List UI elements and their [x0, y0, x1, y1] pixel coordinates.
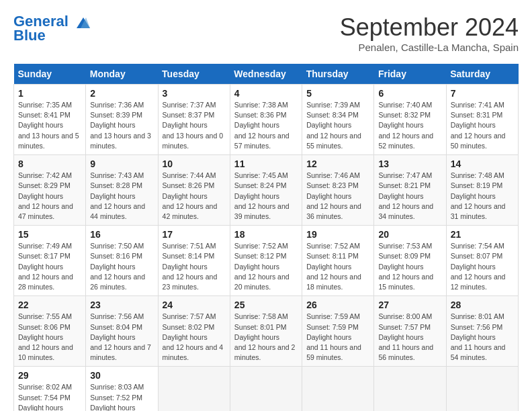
day-number: 12	[306, 158, 369, 169]
day-detail: Sunrise: 7:49 AM Sunset: 8:17 PM Dayligh…	[18, 241, 81, 292]
calendar-day: 20 Sunrise: 7:53 AM Sunset: 8:09 PM Dayl…	[374, 226, 446, 296]
day-detail: Sunrise: 7:45 AM Sunset: 8:24 PM Dayligh…	[234, 171, 298, 222]
calendar-week-row: 15 Sunrise: 7:49 AM Sunset: 8:17 PM Dayl…	[14, 226, 519, 296]
calendar-day: 11 Sunrise: 7:45 AM Sunset: 8:24 PM Dayl…	[230, 155, 302, 226]
calendar-day: 16 Sunrise: 7:50 AM Sunset: 8:16 PM Dayl…	[86, 226, 158, 296]
weekday-header: Thursday	[302, 64, 374, 85]
calendar-day: 22 Sunrise: 7:55 AM Sunset: 8:06 PM Dayl…	[14, 296, 86, 367]
day-detail: Sunrise: 7:51 AM Sunset: 8:14 PM Dayligh…	[163, 241, 226, 292]
day-detail: Sunrise: 7:52 AM Sunset: 8:11 PM Dayligh…	[306, 241, 369, 292]
day-number: 21	[451, 229, 514, 240]
day-detail: Sunrise: 7:44 AM Sunset: 8:26 PM Dayligh…	[163, 171, 226, 222]
day-number: 10	[163, 158, 226, 169]
day-detail: Sunrise: 8:02 AM Sunset: 7:54 PM Dayligh…	[18, 382, 81, 411]
day-number: 5	[306, 88, 369, 99]
calendar-week-row: 1 Sunrise: 7:35 AM Sunset: 8:41 PM Dayli…	[14, 85, 519, 155]
day-detail: Sunrise: 7:56 AM Sunset: 8:04 PM Dayligh…	[90, 312, 153, 363]
day-detail: Sunrise: 7:48 AM Sunset: 8:19 PM Dayligh…	[451, 171, 514, 222]
day-detail: Sunrise: 7:40 AM Sunset: 8:32 PM Dayligh…	[378, 100, 441, 151]
weekday-header: Friday	[374, 64, 446, 85]
calendar-week-row: 8 Sunrise: 7:42 AM Sunset: 8:29 PM Dayli…	[14, 155, 519, 226]
day-number: 1	[18, 88, 81, 99]
calendar-day: 9 Sunrise: 7:43 AM Sunset: 8:28 PM Dayli…	[86, 155, 158, 226]
calendar-day	[230, 367, 302, 411]
calendar-day: 30 Sunrise: 8:03 AM Sunset: 7:52 PM Dayl…	[86, 367, 158, 411]
day-number: 25	[234, 300, 298, 310]
day-detail: Sunrise: 7:41 AM Sunset: 8:31 PM Dayligh…	[451, 100, 514, 151]
calendar-day	[158, 367, 230, 411]
day-detail: Sunrise: 7:52 AM Sunset: 8:12 PM Dayligh…	[234, 241, 298, 292]
day-number: 27	[378, 300, 441, 310]
calendar-day: 23 Sunrise: 7:56 AM Sunset: 8:04 PM Dayl…	[86, 296, 158, 367]
calendar-day: 24 Sunrise: 7:57 AM Sunset: 8:02 PM Dayl…	[158, 296, 230, 367]
day-number: 22	[18, 300, 81, 310]
calendar-day: 14 Sunrise: 7:48 AM Sunset: 8:19 PM Dayl…	[446, 155, 518, 226]
day-number: 26	[306, 300, 369, 310]
calendar-week-row: 29 Sunrise: 8:02 AM Sunset: 7:54 PM Dayl…	[14, 367, 519, 411]
day-number: 8	[18, 158, 81, 169]
title-block: September 2024 Penalen, Castille-La Manc…	[340, 13, 519, 53]
calendar-day: 18 Sunrise: 7:52 AM Sunset: 8:12 PM Dayl…	[230, 226, 302, 296]
calendar-day: 17 Sunrise: 7:51 AM Sunset: 8:14 PM Dayl…	[158, 226, 230, 296]
day-detail: Sunrise: 7:55 AM Sunset: 8:06 PM Dayligh…	[18, 312, 81, 363]
day-detail: Sunrise: 7:43 AM Sunset: 8:28 PM Dayligh…	[90, 171, 153, 222]
calendar-day: 10 Sunrise: 7:44 AM Sunset: 8:26 PM Dayl…	[158, 155, 230, 226]
weekday-header-row: SundayMondayTuesdayWednesdayThursdayFrid…	[14, 64, 519, 85]
day-detail: Sunrise: 8:03 AM Sunset: 7:52 PM Dayligh…	[90, 382, 153, 411]
day-detail: Sunrise: 7:42 AM Sunset: 8:29 PM Dayligh…	[18, 171, 81, 222]
day-detail: Sunrise: 7:59 AM Sunset: 7:59 PM Dayligh…	[306, 312, 369, 363]
calendar-table: SundayMondayTuesdayWednesdayThursdayFrid…	[13, 64, 519, 411]
day-number: 14	[451, 158, 514, 169]
calendar-day: 4 Sunrise: 7:38 AM Sunset: 8:36 PM Dayli…	[230, 85, 302, 155]
calendar-day: 27 Sunrise: 8:00 AM Sunset: 7:57 PM Dayl…	[374, 296, 446, 367]
day-detail: Sunrise: 7:46 AM Sunset: 8:23 PM Dayligh…	[306, 171, 369, 222]
calendar-week-row: 22 Sunrise: 7:55 AM Sunset: 8:06 PM Dayl…	[14, 296, 519, 367]
day-number: 6	[378, 88, 441, 99]
calendar-day	[302, 367, 374, 411]
calendar-day: 28 Sunrise: 8:01 AM Sunset: 7:56 PM Dayl…	[446, 296, 518, 367]
weekday-header: Sunday	[14, 64, 86, 85]
day-detail: Sunrise: 7:38 AM Sunset: 8:36 PM Dayligh…	[234, 100, 298, 151]
day-number: 23	[90, 300, 153, 310]
day-number: 18	[234, 229, 298, 240]
day-number: 17	[163, 229, 226, 240]
day-number: 16	[90, 229, 153, 240]
day-detail: Sunrise: 7:35 AM Sunset: 8:41 PM Dayligh…	[18, 100, 81, 151]
weekday-header: Saturday	[446, 64, 518, 85]
day-number: 29	[18, 370, 81, 381]
calendar-day: 2 Sunrise: 7:36 AM Sunset: 8:39 PM Dayli…	[86, 85, 158, 155]
calendar-day: 25 Sunrise: 7:58 AM Sunset: 8:01 PM Dayl…	[230, 296, 302, 367]
calendar-day: 29 Sunrise: 8:02 AM Sunset: 7:54 PM Dayl…	[14, 367, 86, 411]
calendar-day: 7 Sunrise: 7:41 AM Sunset: 8:31 PM Dayli…	[446, 85, 518, 155]
day-detail: Sunrise: 7:57 AM Sunset: 8:02 PM Dayligh…	[163, 312, 226, 363]
day-number: 13	[378, 158, 441, 169]
day-detail: Sunrise: 7:54 AM Sunset: 8:07 PM Dayligh…	[451, 241, 514, 292]
calendar-day: 3 Sunrise: 7:37 AM Sunset: 8:37 PM Dayli…	[158, 85, 230, 155]
day-number: 30	[90, 370, 153, 381]
day-detail: Sunrise: 8:01 AM Sunset: 7:56 PM Dayligh…	[451, 312, 514, 363]
day-number: 3	[163, 88, 226, 99]
day-number: 24	[163, 300, 226, 310]
logo: General Blue	[13, 13, 93, 44]
day-number: 7	[451, 88, 514, 99]
calendar-day: 5 Sunrise: 7:39 AM Sunset: 8:34 PM Dayli…	[302, 85, 374, 155]
page-header: General Blue September 2024 Penalen, Cas…	[13, 13, 519, 53]
calendar-day: 12 Sunrise: 7:46 AM Sunset: 8:23 PM Dayl…	[302, 155, 374, 226]
day-number: 4	[234, 88, 298, 99]
calendar-day: 8 Sunrise: 7:42 AM Sunset: 8:29 PM Dayli…	[14, 155, 86, 226]
calendar-day: 1 Sunrise: 7:35 AM Sunset: 8:41 PM Dayli…	[14, 85, 86, 155]
calendar-day: 6 Sunrise: 7:40 AM Sunset: 8:32 PM Dayli…	[374, 85, 446, 155]
day-number: 9	[90, 158, 153, 169]
day-number: 19	[306, 229, 369, 240]
calendar-day: 13 Sunrise: 7:47 AM Sunset: 8:21 PM Dayl…	[374, 155, 446, 226]
day-number: 11	[234, 158, 298, 169]
month-title: September 2024	[340, 13, 519, 42]
logo-icon	[74, 15, 93, 30]
day-detail: Sunrise: 7:47 AM Sunset: 8:21 PM Dayligh…	[378, 171, 441, 222]
day-detail: Sunrise: 7:37 AM Sunset: 8:37 PM Dayligh…	[163, 100, 226, 151]
calendar-day: 19 Sunrise: 7:52 AM Sunset: 8:11 PM Dayl…	[302, 226, 374, 296]
calendar-day	[374, 367, 446, 411]
day-number: 15	[18, 229, 81, 240]
weekday-header: Wednesday	[230, 64, 302, 85]
day-detail: Sunrise: 7:36 AM Sunset: 8:39 PM Dayligh…	[90, 100, 153, 151]
